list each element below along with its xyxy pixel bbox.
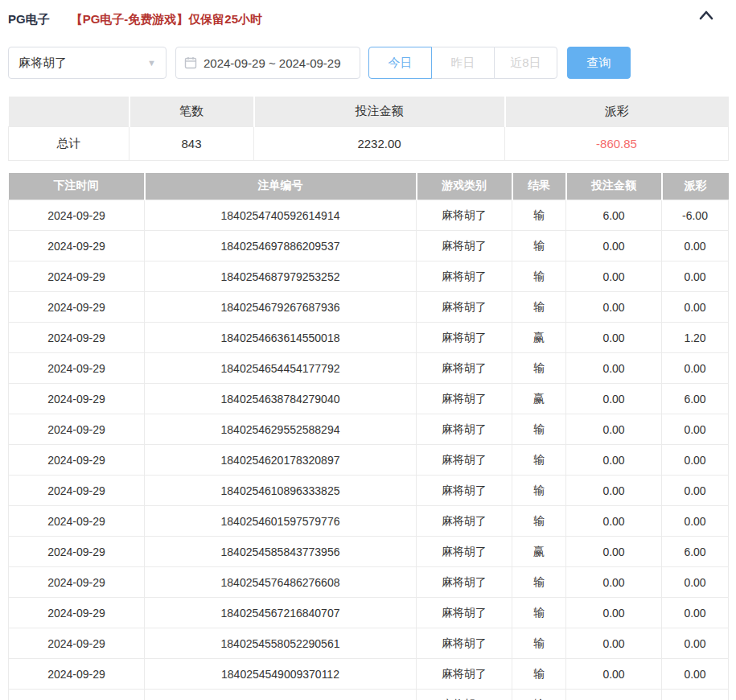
quick-filter-group: 今日 昨日 近8日	[368, 47, 557, 79]
game-type-cell: 麻将胡了	[417, 506, 512, 537]
payout-cell: 0.00	[662, 506, 729, 537]
payout-cell: 0.00	[662, 690, 729, 700]
bet-time-cell: 2024-09-29	[9, 200, 145, 231]
table-row: 2024-09-291840254679267687936麻将胡了输0.000.…	[9, 292, 729, 323]
game-type-cell: 麻将胡了	[417, 384, 512, 414]
bet-amount-cell: 0.00	[566, 323, 662, 353]
result-cell: 赢	[512, 537, 566, 567]
payout-cell: -6.00	[662, 200, 729, 231]
bet-time-cell: 2024-09-29	[9, 537, 145, 567]
table-row: 2024-09-291840254549009370112麻将胡了输0.000.…	[9, 659, 729, 690]
table-row: 2024-09-291840254601597579776麻将胡了输0.000.…	[9, 506, 729, 537]
result-cell: 赢	[512, 323, 566, 353]
filter-last8days-button[interactable]: 近8日	[494, 47, 557, 79]
table-row: 2024-09-291840254558052290561麻将胡了输0.000.…	[9, 628, 729, 659]
payout-cell: 0.00	[662, 292, 729, 323]
col-bet-id: 注单编号	[145, 173, 417, 200]
game-type-cell: 麻将胡了	[417, 659, 512, 690]
payout-cell: 0.00	[662, 445, 729, 476]
game-type-cell: 麻将胡了	[417, 567, 512, 598]
bet-id-cell: 1840254663614550018	[145, 323, 417, 353]
filter-toolbar: 麻将胡了 ▼ 2024-09-29 ~ 2024-09-29 今日 昨日 近8日…	[8, 47, 728, 79]
table-row: 2024-09-291840254687979253252麻将胡了输0.000.…	[9, 261, 729, 292]
col-payout: 派彩	[662, 173, 729, 200]
game-type-cell: 麻将胡了	[417, 537, 512, 567]
bet-time-cell: 2024-09-29	[9, 567, 145, 598]
bet-id-cell: 1840254654454177792	[145, 353, 417, 384]
game-select[interactable]: 麻将胡了 ▼	[8, 47, 167, 79]
payout-cell: 0.00	[662, 476, 729, 506]
game-select-value: 麻将胡了	[19, 56, 67, 71]
filter-yesterday-button[interactable]: 昨日	[431, 47, 495, 79]
bet-id-cell: 1840254679267687936	[145, 292, 417, 323]
result-cell: 输	[512, 261, 566, 292]
payout-cell: 0.00	[662, 261, 729, 292]
bet-amount-cell: 0.00	[566, 384, 662, 414]
bet-id-cell: 1840254620178320897	[145, 445, 417, 476]
payout-cell: 0.00	[662, 414, 729, 445]
summary-table: 笔数 投注金额 派彩 总计 843 2232.00 -860.85	[8, 97, 729, 161]
bet-table-body: 2024-09-291840254740592614914麻将胡了输6.00-6…	[9, 200, 729, 700]
bet-amount-cell: 0.00	[566, 261, 662, 292]
bet-amount-cell: 0.00	[566, 537, 662, 567]
payout-cell: 0.00	[662, 353, 729, 384]
collapse-chevron-up-icon[interactable]	[699, 10, 713, 24]
bet-amount-cell: 0.00	[566, 690, 662, 700]
summary-col-count: 笔数	[130, 97, 254, 126]
result-cell: 输	[512, 659, 566, 690]
payout-cell: 6.00	[662, 537, 729, 567]
result-cell: 输	[512, 200, 566, 231]
bet-time-cell: 2024-09-29	[9, 628, 145, 659]
table-row: 2024-09-291840254567216840707麻将胡了输0.000.…	[9, 598, 729, 628]
table-row: 2024-09-291840254503102734850麻将胡了输0.000.…	[9, 690, 729, 700]
game-type-cell: 麻将胡了	[417, 445, 512, 476]
panel-header: PG电子 【PG电子-免费游戏】仅保留25小时	[8, 8, 728, 31]
page-title: PG电子	[8, 12, 50, 27]
table-row: 2024-09-291840254576486276608麻将胡了输0.000.…	[9, 567, 729, 598]
game-type-cell: 麻将胡了	[417, 476, 512, 506]
game-type-cell: 麻将胡了	[417, 200, 512, 231]
summary-total-label: 总计	[9, 126, 130, 160]
bet-id-cell: 1840254638784279040	[145, 384, 417, 414]
game-type-cell: 麻将胡了	[417, 261, 512, 292]
game-type-cell: 麻将胡了	[417, 323, 512, 353]
bet-time-cell: 2024-09-29	[9, 476, 145, 506]
result-cell: 输	[512, 690, 566, 700]
query-button[interactable]: 查询	[567, 47, 631, 79]
date-range-picker[interactable]: 2024-09-29 ~ 2024-09-29	[175, 47, 360, 79]
calendar-icon	[184, 56, 197, 69]
bet-id-cell: 1840254629552588294	[145, 414, 417, 445]
result-cell: 输	[512, 598, 566, 628]
result-cell: 赢	[512, 384, 566, 414]
result-cell: 输	[512, 628, 566, 659]
bet-amount-cell: 0.00	[566, 659, 662, 690]
bet-table-header-row: 下注时间 注单编号 游戏类别 结果 投注金额 派彩	[9, 173, 729, 200]
summary-col-blank	[9, 97, 130, 126]
date-range-value: 2024-09-29 ~ 2024-09-29	[204, 56, 341, 70]
bet-time-cell: 2024-09-29	[9, 690, 145, 700]
bet-amount-cell: 0.00	[566, 476, 662, 506]
bet-time-cell: 2024-09-29	[9, 231, 145, 261]
filter-today-button[interactable]: 今日	[368, 47, 432, 79]
table-row: 2024-09-291840254585843773956麻将胡了赢0.006.…	[9, 537, 729, 567]
result-cell: 输	[512, 231, 566, 261]
payout-cell: 6.00	[662, 384, 729, 414]
bet-time-cell: 2024-09-29	[9, 384, 145, 414]
table-row: 2024-09-291840254610896333825麻将胡了输0.000.…	[9, 476, 729, 506]
chevron-down-icon: ▼	[147, 58, 156, 68]
pg-game-records-panel: PG电子 【PG电子-免费游戏】仅保留25小时 麻将胡了 ▼ 2024-09-2…	[0, 0, 736, 700]
bet-id-cell: 1840254601597579776	[145, 506, 417, 537]
bet-id-cell: 1840254697886209537	[145, 231, 417, 261]
bet-amount-cell: 0.00	[566, 231, 662, 261]
payout-cell: 0.00	[662, 659, 729, 690]
bet-id-cell: 1840254585843773956	[145, 537, 417, 567]
bet-amount-cell: 0.00	[566, 598, 662, 628]
bet-time-cell: 2024-09-29	[9, 353, 145, 384]
result-cell: 输	[512, 445, 566, 476]
game-type-cell: 麻将胡了	[417, 414, 512, 445]
payout-cell: 1.20	[662, 323, 729, 353]
bet-amount-cell: 0.00	[566, 292, 662, 323]
payout-cell: 0.00	[662, 628, 729, 659]
bet-amount-cell: 0.00	[566, 567, 662, 598]
game-type-cell: 麻将胡了	[417, 353, 512, 384]
